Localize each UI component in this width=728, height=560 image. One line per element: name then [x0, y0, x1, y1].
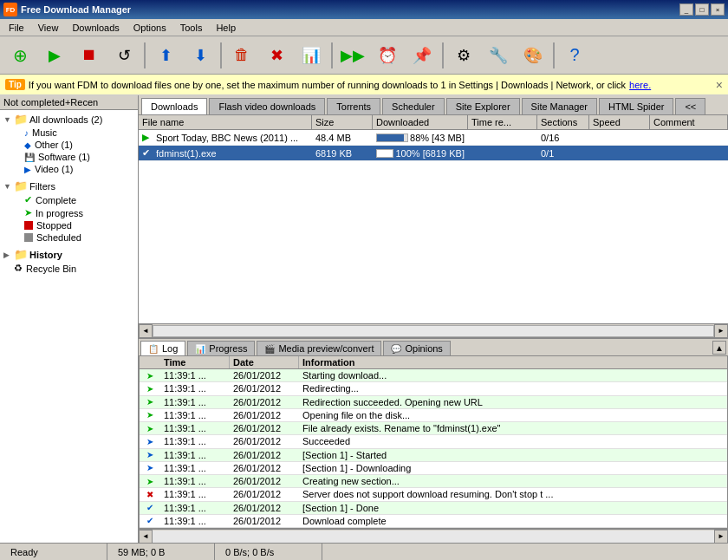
tree-item-history[interactable]: ▶ 📁 History: [0, 247, 138, 262]
tree-label-complete: Complete: [36, 195, 76, 205]
tree-item-music[interactable]: ♪ Music: [0, 127, 138, 139]
expand-icon-history: ▶: [3, 251, 12, 259]
col-speed[interactable]: Speed: [589, 115, 650, 129]
bookmark-button[interactable]: 📌: [406, 40, 439, 71]
help-button[interactable]: ?: [558, 40, 591, 71]
col-sections[interactable]: Sections: [537, 115, 589, 129]
log-date: 26/01/2012: [230, 462, 299, 474]
tree-label-video: Video (1): [35, 164, 73, 174]
tab-torrents[interactable]: Torrents: [327, 98, 380, 114]
delete-button[interactable]: 🗑: [225, 40, 258, 71]
list-item: ➤ 11:39:1 ... 26/01/2012 Redirecting...: [140, 382, 727, 395]
scroll-right-button[interactable]: ►: [714, 324, 728, 338]
file-list-header: File name Size Downloaded Time re... Sec…: [139, 115, 728, 130]
tip-link[interactable]: here.: [629, 80, 651, 90]
col-filename[interactable]: File name: [139, 115, 312, 129]
add-button[interactable]: ⊕: [3, 40, 36, 71]
schedule-button[interactable]: ⏰: [371, 40, 404, 71]
list-item: ➤ 11:39:1 ... 26/01/2012 File already ex…: [140, 422, 727, 435]
tree-label-music: Music: [32, 127, 57, 138]
col-comment[interactable]: Comment: [650, 115, 728, 129]
log-tab-progress[interactable]: 📊 Progress: [187, 341, 255, 355]
tab-scheduler[interactable]: Scheduler: [382, 98, 445, 114]
col-downloaded[interactable]: Downloaded: [373, 115, 468, 129]
tree-item-complete[interactable]: ✔ Complete: [0, 193, 138, 206]
menu-help[interactable]: Help: [209, 21, 243, 35]
tip-close-button[interactable]: ×: [716, 78, 723, 92]
tree-item-video[interactable]: ▶ Video (1): [0, 163, 138, 175]
menu-downloads[interactable]: Downloads: [65, 21, 126, 35]
move-down-button[interactable]: ⬇: [184, 40, 217, 71]
list-item: ➤ 11:39:1 ... 26/01/2012 [Section 1] - D…: [140, 462, 727, 475]
toolbar: ⊕ ▶ ⏹ ↺ ⬆ ⬇ 🗑 ✖ 📊 ▶▶ ⏰ 📌 ⚙ 🔧 🎨 ?: [0, 36, 728, 75]
col-size[interactable]: Size: [312, 115, 373, 129]
close-button[interactable]: ×: [711, 3, 725, 16]
tab-flash-video[interactable]: Flash video downloads: [209, 98, 325, 114]
log-header-row: Time Date Information: [140, 356, 727, 369]
log-scroll-up[interactable]: ▲: [712, 341, 726, 355]
settings-button[interactable]: ⚙: [447, 40, 480, 71]
skin-button[interactable]: 🎨: [517, 40, 549, 71]
list-item: ➤ 11:39:1 ... 26/01/2012 Succeeded: [140, 435, 727, 448]
tree-item-other[interactable]: ◆ Other (1): [0, 139, 138, 151]
tree-item-scheduled[interactable]: Scheduled: [0, 231, 138, 244]
tree-item-recycle[interactable]: ♻ Recycle Bin: [0, 262, 138, 275]
filter-label[interactable]: Not completed+Recen: [0, 95, 138, 110]
log-tab-log[interactable]: 📋 Log: [140, 341, 185, 355]
tree-item-software[interactable]: 💾 Software (1): [0, 151, 138, 163]
maximize-button[interactable]: □: [695, 3, 709, 16]
tab-site-manager[interactable]: Site Manager: [522, 98, 597, 114]
tree-label-recycle: Recycle Bin: [26, 264, 76, 274]
menu-file[interactable]: File: [2, 21, 31, 35]
tab-site-explorer[interactable]: Site Explorer: [446, 98, 520, 114]
menu-tools[interactable]: Tools: [173, 21, 210, 35]
log-row-icon: ➤: [140, 424, 160, 433]
list-item: ✔ 11:39:1 ... 26/01/2012 Download comple…: [140, 515, 727, 528]
table-row[interactable]: ▶ Sport Today, BBC News (2011) ... 48.4 …: [139, 130, 728, 146]
log-tab-opinions[interactable]: 💬 Opinions: [383, 341, 450, 355]
tree-label-software: Software (1): [38, 152, 90, 162]
tree-item-inprogress[interactable]: ➤ In progress: [0, 206, 138, 219]
tab-html-spider[interactable]: HTML Spider: [599, 98, 673, 114]
tree-item-filters[interactable]: ▼ 📁 Filters: [0, 179, 138, 193]
log-scroll-track[interactable]: [153, 531, 714, 543]
tree-item-stopped[interactable]: Stopped: [0, 219, 138, 231]
row2-downloaded: 100% [6819 KB]: [373, 147, 468, 160]
log-row-icon: ➤: [140, 410, 160, 420]
stop-button[interactable]: ⏹: [73, 40, 106, 71]
log-scroll-left[interactable]: ◄: [139, 530, 153, 544]
log-info: Starting download...: [299, 369, 727, 381]
minimize-button[interactable]: _: [679, 3, 693, 16]
tree-item-all-downloads[interactable]: ▼ 📁 All downloads (2): [0, 112, 138, 127]
log-date: 26/01/2012: [230, 502, 299, 514]
wrench-button[interactable]: 🔧: [482, 40, 515, 71]
status-ready: Ready: [3, 544, 107, 560]
scroll-track[interactable]: [153, 325, 714, 337]
log-info: Redirecting...: [299, 382, 727, 394]
tab-more[interactable]: <<: [675, 98, 705, 114]
stopped-icon: [24, 221, 33, 230]
log-scroll-right[interactable]: ►: [714, 530, 728, 544]
scroll-left-button[interactable]: ◄: [139, 324, 153, 338]
menu-view[interactable]: View: [31, 21, 66, 35]
list-item: ✔ 11:39:1 ... 26/01/2012 [Section 1] - D…: [140, 502, 727, 515]
scheduled-icon: [24, 233, 33, 242]
delete-all-button[interactable]: ✖: [260, 40, 293, 71]
log-tab-media[interactable]: 🎬 Media preview/convert: [257, 341, 381, 355]
refresh-button[interactable]: ↺: [107, 40, 140, 71]
complete-icon: ✔: [24, 194, 32, 205]
log-info: Opening file on the disk...: [299, 409, 727, 421]
start-button[interactable]: ▶: [38, 40, 71, 71]
log-row-icon: ✔: [140, 503, 160, 512]
log-info: Redirection succeeded. Opening new URL: [299, 396, 727, 408]
stats-button[interactable]: 📊: [295, 40, 328, 71]
opinions-icon: 💬: [391, 344, 401, 354]
tab-downloads[interactable]: Downloads: [141, 98, 207, 114]
log-time: 11:39:1 ...: [160, 449, 230, 461]
table-row[interactable]: ✔ fdminst(1).exe 6819 KB 100% [6819 KB]: [139, 146, 728, 161]
move-up-button[interactable]: ⬆: [149, 40, 182, 71]
menu-options[interactable]: Options: [127, 21, 173, 35]
play2-button[interactable]: ▶▶: [336, 40, 369, 71]
log-info: [Section 1] - Done: [299, 502, 727, 514]
col-timeremaining[interactable]: Time re...: [468, 115, 537, 129]
